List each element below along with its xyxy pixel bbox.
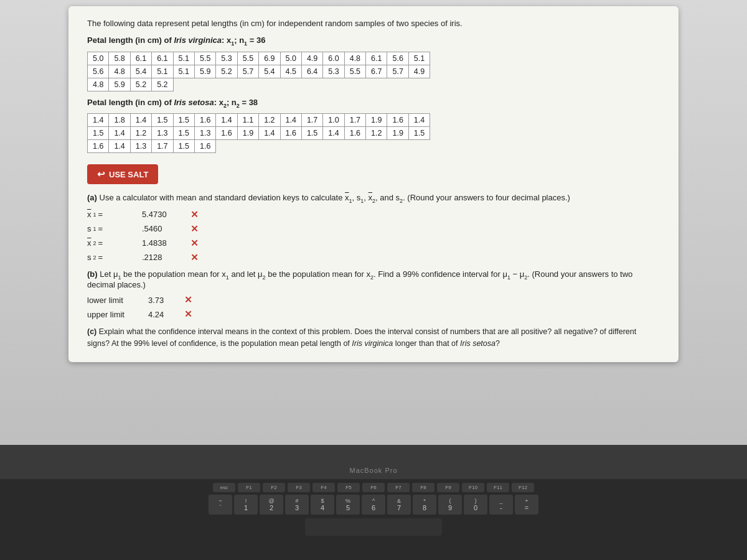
table-cell: 5.2 [216,65,237,78]
table-cell: 6.0 [323,52,344,65]
key--[interactable]: _- [489,495,513,515]
key-4[interactable]: $4 [311,495,334,515]
table-cell: 1.6 [194,114,215,127]
table-cell: 5.1 [173,52,194,65]
xmark-2: ✕ [190,238,199,249]
key-5[interactable]: %5 [336,495,360,515]
table-cell: 5.1 [152,65,173,78]
fn-key-f12[interactable]: F12 [512,483,534,492]
fn-key-f4[interactable]: F4 [312,483,335,492]
table-cell: 1.6 [280,127,301,140]
fn-key-esc[interactable]: esc [213,483,235,492]
table-cell: 1.9 [387,127,408,140]
table-cell: 5.2 [152,78,173,91]
table-cell: 4.9 [301,52,322,65]
table-cell: 1.3 [194,127,215,140]
lower-xmark: ✕ [184,294,192,306]
table-cell: 1.9 [237,127,258,140]
key-1[interactable]: !1 [234,495,258,515]
table-cell: 5.4 [259,65,280,78]
part-c-text: (c) Explain what the confidence interval… [87,326,660,350]
table-cell: 6.1 [366,52,387,65]
table-cell: 1.6 [344,127,365,140]
table-cell: 5.7 [237,65,258,78]
table-cell: 5.3 [323,65,344,78]
fn-key-f7[interactable]: F7 [387,483,410,492]
table-cell: 1.8 [109,114,130,127]
table-cell: 5.4 [130,65,151,78]
key-7[interactable]: &7 [387,495,411,515]
table-cell: 1.4 [216,114,237,127]
table-cell: 6.9 [259,52,280,65]
table-cell: 1.0 [323,114,344,127]
table-cell: 5.5 [237,52,258,65]
lower-limit-value: 3.73 [148,296,179,305]
key-3[interactable]: #3 [285,495,309,515]
part-a-instruction: (a) Use a calculator with mean and stand… [87,193,660,204]
xmark-3: ✕ [190,252,199,263]
table-cell: 1.2 [366,127,387,140]
key-2[interactable]: @2 [260,495,283,515]
content-area: The following data represent petal lengt… [68,6,679,362]
table-cell: 1.6 [387,114,408,127]
table-cell: 1.4 [323,127,344,140]
key-6[interactable]: ^6 [362,495,385,515]
key-8[interactable]: *8 [413,495,436,515]
part-b-instruction: (b) Let μ1 be the population mean for x1… [87,269,660,290]
calc-label-2: x2 = [87,238,137,248]
fn-key-f1[interactable]: F1 [238,483,260,492]
table-cell: 6.7 [366,65,387,78]
calc-row-2: x2 =1.4838✕ [87,238,660,249]
table-cell: 5.9 [194,65,215,78]
table-cell: 4.9 [408,65,430,78]
fn-key-f3[interactable]: F3 [288,483,310,492]
calc-value-1: .5460 [142,224,186,233]
table-cell: 6.4 [301,65,322,78]
table-cell: 5.0 [280,52,301,65]
table-cell: 1.4 [109,127,130,140]
key-9[interactable]: (9 [438,495,462,515]
table-cell: 5.8 [109,52,130,65]
table-cell: 1.6 [194,140,215,153]
calc-label-0: x1 = [87,210,137,219]
table-cell: 5.7 [387,65,408,78]
table-cell: 1.7 [301,114,322,127]
xmark-0: ✕ [190,209,199,220]
fn-key-f2[interactable]: F2 [263,483,285,492]
screen: The following data represent petal lengt… [0,0,747,560]
fn-key-f10[interactable]: F10 [462,483,484,492]
table-cell: 1.4 [109,140,130,153]
keyboard-area: escF1F2F3F4F5F6F7F8F9F10F11F12 ~`!1@2#3$… [0,479,747,560]
calc-row-0: x1 =5.4730✕ [87,209,660,220]
table-cell: 5.1 [173,65,194,78]
calc-row-3: s2 =.2128✕ [87,252,660,263]
table-cell: 5.0 [88,52,109,65]
part-c: (c) Explain what the confidence interval… [87,326,660,350]
fn-key-f5[interactable]: F5 [337,483,360,492]
upper-limit-row: upper limit 4.24 ✕ [87,309,660,320]
upper-limit-label: upper limit [87,310,143,319]
table-cell: 1.9 [366,114,387,127]
fn-key-f11[interactable]: F11 [487,483,509,492]
table-cell: 4.8 [88,78,109,91]
use-salt-button[interactable]: ↩ USE SALT [87,164,158,184]
key-0[interactable]: )0 [464,495,487,515]
table-cell: 5.3 [216,52,237,65]
table-cell: 1.2 [130,127,151,140]
setosa-table: 1.41.81.41.51.51.61.41.11.21.41.71.01.71… [87,113,430,153]
fn-key-f8[interactable]: F8 [412,483,435,492]
fn-key-f6[interactable]: F6 [362,483,385,492]
table-cell: 4.8 [109,65,130,78]
calc-value-0: 5.4730 [142,210,186,219]
fn-key-f9[interactable]: F9 [437,483,459,492]
table-cell: 5.6 [387,52,408,65]
key-`[interactable]: ~` [209,495,232,515]
key-=[interactable]: += [515,495,538,515]
lower-limit-row: lower limit 3.73 ✕ [87,294,660,306]
table-cell: 1.4 [88,114,109,127]
virginica-table: 5.05.86.16.15.15.55.35.56.95.04.96.04.86… [87,52,430,91]
table-cell: 4.5 [280,65,301,78]
table-cell: 5.5 [194,52,215,65]
table-cell: 5.2 [130,78,151,91]
trackpad[interactable] [305,518,442,536]
